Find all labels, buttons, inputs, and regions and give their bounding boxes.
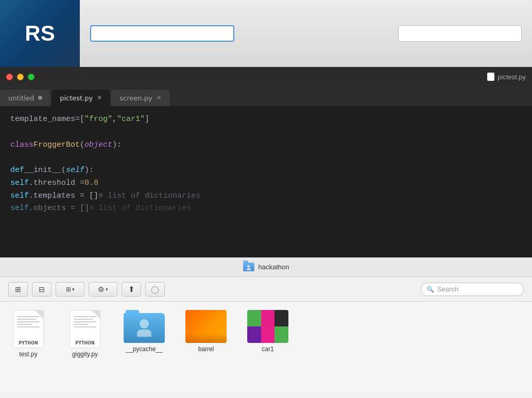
finder-title-text: hackathon: [259, 263, 289, 271]
tag-button[interactable]: ◯: [145, 282, 165, 297]
view-filmstrip-button[interactable]: ⊟: [32, 282, 52, 297]
finder-toolbar: ⊞ ⊟ ⊞ ▾ ⚙ ▾ ⬆ ◯ 🔍 Search: [0, 277, 532, 302]
traffic-light-green[interactable]: [28, 74, 35, 80]
rs-avatar: RS: [0, 0, 80, 67]
finder-container: hackathon ⊞ ⊟ ⊞ ▾ ⚙ ▾ ⬆ ◯ 🔍 Search: [0, 257, 532, 393]
window-title-text: pictest.py: [497, 73, 526, 81]
code-line-7: self .templates = [] # list of dictionar…: [10, 190, 522, 203]
giggitypy-label: giggity.py: [72, 351, 98, 358]
car1-label: car1: [262, 345, 273, 353]
view-columns-icon: ⊞: [15, 285, 21, 293]
share-icon: ⬆: [128, 285, 135, 294]
share-button[interactable]: ⬆: [122, 282, 141, 297]
gear-button[interactable]: ⚙ ▾: [89, 282, 117, 297]
finder-files-area: PYTHON test.py PYTHON giggity.py: [0, 302, 532, 366]
code-line-8: self .objects = [] # list of dictionarie…: [10, 202, 522, 215]
code-line-1: template_names = [ "frog" , "car1" ]: [10, 113, 522, 126]
tab-pictest[interactable]: pictest.py ✕: [52, 90, 110, 106]
finder-search-bar[interactable]: 🔍 Search: [421, 283, 524, 296]
view-grid-icon: ⊞: [66, 286, 71, 293]
tab-screenpy-label: screen.py: [119, 94, 152, 102]
view-filmstrip-icon: ⊟: [39, 285, 45, 293]
testpy-icon: PYTHON: [13, 310, 44, 348]
top-bar: RS: [0, 0, 532, 67]
file-item-car1[interactable]: car1: [247, 310, 288, 353]
code-editor[interactable]: template_names = [ "frog" , "car1" ] cla…: [0, 106, 532, 257]
tab-unsaved-dot: [38, 96, 42, 100]
code-line-6: self .threshold = 0.8: [10, 177, 522, 190]
pycache-label: __pycache__: [126, 345, 162, 353]
tab-pictest-label: pictest.py: [60, 94, 93, 102]
code-line-3: class FroggerBot ( object ):: [10, 139, 522, 152]
file-item-testpy[interactable]: PYTHON test.py: [10, 310, 46, 358]
window-title-area: pictest.py: [487, 73, 526, 81]
giggitypy-icon: PYTHON: [70, 310, 100, 348]
code-line-blank1: [10, 126, 522, 139]
address-bar[interactable]: [90, 25, 234, 42]
car1-image-icon: [247, 310, 288, 343]
view-columns-button[interactable]: ⊞: [8, 282, 28, 297]
tab-untitled-label: untitled: [8, 94, 34, 102]
tab-untitled[interactable]: untitled: [0, 90, 50, 106]
pycache-folder-icon: [124, 310, 165, 343]
traffic-light-yellow[interactable]: [17, 74, 24, 80]
barrel-image-icon: [185, 310, 227, 343]
editor-header: pictest.py: [0, 67, 532, 86]
testpy-label: test.py: [19, 351, 37, 358]
file-item-barrel[interactable]: barrel: [185, 310, 227, 353]
folder-person-silhouette: [246, 265, 252, 270]
view-grid-button[interactable]: ⊞ ▾: [56, 282, 84, 297]
file-item-giggitypy[interactable]: PYTHON giggity.py: [67, 310, 103, 358]
code-line-5: def __init__( self ):: [10, 164, 522, 177]
avatar-text: RS: [25, 21, 55, 46]
editor-container: pictest.py untitled pictest.py ✕ screen.…: [0, 67, 532, 257]
search-placeholder: Search: [437, 285, 458, 293]
top-search-bar[interactable]: [398, 25, 522, 42]
tab-pictest-close[interactable]: ✕: [97, 94, 102, 101]
code-line-blank2: [10, 151, 522, 164]
tag-icon: ◯: [151, 285, 159, 293]
tab-screenpy[interactable]: screen.py ✕: [111, 90, 169, 106]
finder-folder-icon: [243, 263, 254, 271]
view-grid-chevron: ▾: [72, 287, 75, 292]
search-icon: 🔍: [426, 286, 434, 293]
barrel-label: barrel: [198, 345, 214, 353]
traffic-light-red[interactable]: [6, 74, 13, 80]
finder-title-bar: hackathon: [0, 257, 532, 277]
gear-icon: ⚙: [98, 285, 105, 293]
gear-chevron: ▾: [106, 287, 108, 292]
file-icon-small: [487, 73, 494, 81]
tab-screenpy-close[interactable]: ✕: [157, 94, 162, 101]
file-item-pycache[interactable]: __pycache__: [124, 310, 165, 353]
tab-bar: untitled pictest.py ✕ screen.py ✕: [0, 86, 532, 106]
